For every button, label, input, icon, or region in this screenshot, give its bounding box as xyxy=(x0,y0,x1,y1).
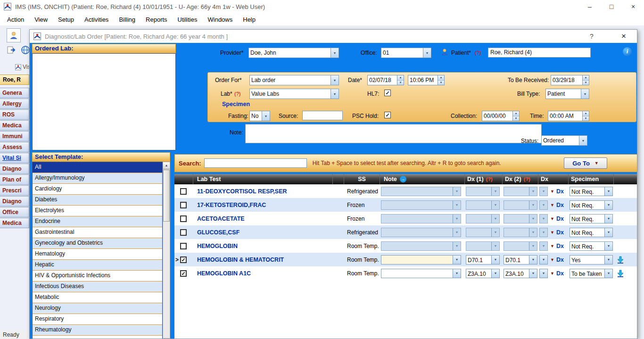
send-to-lab-icon[interactable] xyxy=(617,256,624,264)
dx1-select[interactable]: Z3A.10▼ xyxy=(466,269,500,278)
spin-up-icon[interactable]: ▲ xyxy=(513,111,519,116)
dropdown-arrow-icon[interactable]: ▼ xyxy=(529,256,537,264)
dropdown-arrow-icon[interactable]: ▼ xyxy=(581,89,589,99)
dropdown-arrow-icon[interactable]: ▼ xyxy=(491,228,499,237)
dx-more-select[interactable]: ▼ xyxy=(539,241,548,251)
dx-expand-icon[interactable]: ▼ xyxy=(550,244,554,248)
psc-hold-checkbox[interactable]: ✓ xyxy=(384,112,391,118)
date-spinner[interactable]: 02/07/18▲▼ xyxy=(367,75,404,85)
fasting-select[interactable]: No▼ xyxy=(249,111,270,121)
dx1-select[interactable]: ▼ xyxy=(466,200,500,210)
dx-expand-icon[interactable]: ▼ xyxy=(550,216,554,221)
sidebar-item[interactable]: Plan of xyxy=(0,174,29,185)
time-spinner[interactable]: 10:06 PM▲▼ xyxy=(408,75,445,85)
template-item[interactable]: Cardiology xyxy=(33,184,162,195)
dx1-select[interactable]: ▼ xyxy=(466,187,500,196)
template-item[interactable]: Electrolytes xyxy=(33,206,162,216)
lab-test-checkbox[interactable] xyxy=(180,215,187,222)
patient-value-field[interactable]: Roe, Richard (4) xyxy=(488,48,591,58)
dx-expand-icon[interactable]: ▼ xyxy=(550,257,554,262)
dropdown-arrow-icon[interactable]: ▼ xyxy=(453,201,461,209)
template-item[interactable]: Diabetes xyxy=(33,195,162,206)
hl7-checkbox[interactable]: ✓ xyxy=(384,90,391,96)
specimen-select[interactable]: Not Req.▼ xyxy=(570,241,613,251)
maximize-button[interactable]: □ xyxy=(601,0,622,13)
ordered-lab-listbox[interactable] xyxy=(32,53,176,150)
note-select[interactable]: ▼ xyxy=(381,200,461,210)
specimen-select[interactable]: Not Req.▼ xyxy=(570,187,613,196)
spin-up-icon[interactable]: ▲ xyxy=(397,75,404,81)
spin-down-icon[interactable]: ▼ xyxy=(583,81,589,85)
dropdown-arrow-icon[interactable]: ▼ xyxy=(604,187,612,196)
dropdown-arrow-icon[interactable]: ▼ xyxy=(491,242,499,250)
menu-windows[interactable]: Windows xyxy=(203,16,238,23)
lab-help-link[interactable]: (?) xyxy=(234,91,240,97)
dx-more-select[interactable]: ▼ xyxy=(539,269,548,278)
dx2-select[interactable]: D70.1▼ xyxy=(504,255,537,265)
dropdown-arrow-icon[interactable]: ▼ xyxy=(453,269,461,278)
sidebar-item[interactable]: Diagno xyxy=(0,164,29,174)
provider-select[interactable]: Doe, John▼ xyxy=(248,48,339,58)
dx-button[interactable]: Dx xyxy=(556,188,564,195)
dx-more-select[interactable]: ▼ xyxy=(539,187,548,196)
dx1-help-link[interactable]: (?) xyxy=(486,176,493,182)
order-for-select[interactable]: Lab order▼ xyxy=(249,75,339,85)
dx-button[interactable]: Dx xyxy=(556,256,564,263)
sidebar-item[interactable]: Office xyxy=(0,207,29,217)
dx2-select[interactable]: ▼ xyxy=(504,200,537,210)
dropdown-arrow-icon[interactable]: ▼ xyxy=(540,269,547,278)
scroll-up-icon[interactable]: ▲ xyxy=(163,162,170,169)
template-item[interactable]: Neurology xyxy=(33,303,162,314)
spin-down-icon[interactable]: ▼ xyxy=(583,116,589,121)
spin-up-icon[interactable]: ▲ xyxy=(438,75,444,81)
template-item[interactable]: Hematology xyxy=(33,249,162,260)
template-item[interactable]: Gastrointestinal xyxy=(33,227,162,238)
template-item[interactable]: Endocrine xyxy=(33,216,162,227)
goto-dropdown-icon[interactable]: ▼ xyxy=(594,161,599,165)
dropdown-arrow-icon[interactable]: ▼ xyxy=(540,215,547,223)
template-item[interactable]: Allergy/Immunology xyxy=(33,173,162,184)
spin-down-icon[interactable]: ▼ xyxy=(397,81,404,85)
specimen-select[interactable]: Not Req.▼ xyxy=(570,228,613,237)
collection-time-spinner[interactable]: 00:00 AM▲▼ xyxy=(548,111,589,121)
dropdown-arrow-icon[interactable]: ▼ xyxy=(529,242,537,250)
dropdown-arrow-icon[interactable]: ▼ xyxy=(529,187,537,196)
dropdown-arrow-icon[interactable]: ▼ xyxy=(453,215,461,223)
export-icon[interactable] xyxy=(6,44,17,56)
scroll-thumb[interactable] xyxy=(163,170,170,222)
dropdown-arrow-icon[interactable]: ▼ xyxy=(491,269,499,278)
specimen-select[interactable]: Not Req.▼ xyxy=(570,214,613,223)
send-to-lab-icon[interactable] xyxy=(617,270,624,277)
dropdown-arrow-icon[interactable]: ▼ xyxy=(453,242,461,250)
dropdown-arrow-icon[interactable]: ▼ xyxy=(540,242,547,250)
search-input[interactable] xyxy=(204,158,307,168)
spin-down-icon[interactable]: ▼ xyxy=(438,81,444,85)
dropdown-arrow-icon[interactable]: ▼ xyxy=(529,215,537,223)
dropdown-arrow-icon[interactable]: ▼ xyxy=(423,48,431,58)
dropdown-arrow-icon[interactable]: ▼ xyxy=(491,201,499,209)
dropdown-arrow-icon[interactable]: ▼ xyxy=(604,269,612,278)
sidebar-item[interactable]: ROS xyxy=(0,109,29,120)
specimen-select[interactable]: Not Req.▼ xyxy=(570,200,613,210)
dx-expand-icon[interactable]: ▼ xyxy=(550,230,554,235)
note-select[interactable]: ▼ xyxy=(381,255,461,265)
dx-button[interactable]: Dx xyxy=(556,270,564,277)
dx-more-select[interactable]: ▼ xyxy=(539,255,548,265)
dropdown-arrow-icon[interactable]: ▼ xyxy=(604,215,612,223)
sidebar-item[interactable]: Diagno xyxy=(0,196,29,207)
note-select[interactable]: ▼ xyxy=(381,241,461,251)
template-scrollbar[interactable]: ▲ xyxy=(163,162,170,339)
note-info-icon[interactable]: → xyxy=(400,176,406,182)
template-item[interactable]: Gynecology and Obstetrics xyxy=(33,238,162,249)
template-item[interactable]: Rheumatology xyxy=(33,325,162,336)
note-select[interactable]: ▼ xyxy=(381,214,461,223)
dialog-help-button[interactable]: ? xyxy=(586,32,597,41)
patient-lookup-button[interactable] xyxy=(7,28,21,42)
dropdown-arrow-icon[interactable]: ▼ xyxy=(604,242,612,250)
sidebar-item[interactable]: Vital Si xyxy=(0,153,29,163)
sidebar-item[interactable]: Genera xyxy=(0,88,29,98)
lab-test-checkbox[interactable] xyxy=(180,229,187,236)
template-item[interactable]: Infectious Diseases xyxy=(33,281,162,292)
dropdown-arrow-icon[interactable]: ▼ xyxy=(529,228,537,237)
dropdown-arrow-icon[interactable]: ▼ xyxy=(262,111,270,121)
